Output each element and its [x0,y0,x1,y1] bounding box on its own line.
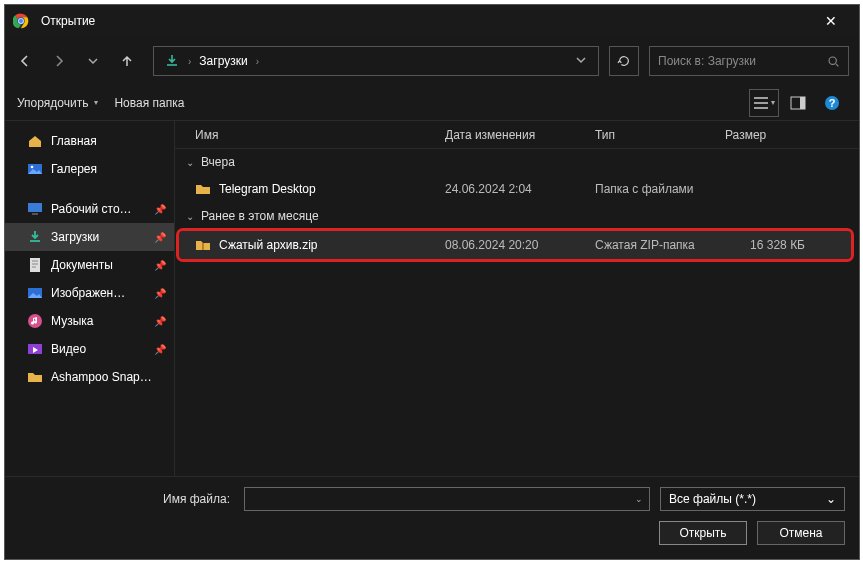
search-icon [827,55,840,68]
col-header-type[interactable]: Тип [595,128,725,142]
toolbar: Упорядочить▾ Новая папка ▾ ? [5,85,859,121]
svg-rect-6 [800,97,805,109]
close-button[interactable]: ✕ [811,13,851,29]
svg-point-10 [31,166,34,169]
col-header-name[interactable]: Имя [195,128,445,142]
chrome-icon [13,13,29,29]
open-button[interactable]: Открыть [659,521,747,545]
zip-folder-icon [195,237,211,253]
documents-icon [27,257,43,273]
back-button[interactable] [9,45,41,77]
titlebar: Открытие ✕ [5,5,859,37]
help-button[interactable]: ? [817,89,847,117]
sidebar-item-music[interactable]: Музыка📌 [5,307,174,335]
refresh-button[interactable] [609,46,639,76]
address-bar[interactable]: › Загрузки › [153,46,599,76]
home-icon [27,133,43,149]
file-row-telegram[interactable]: Telegram Desktop 24.06.2024 2:04 Папка с… [175,175,859,203]
downloads-icon [164,53,180,69]
search-placeholder: Поиск в: Загрузки [658,54,821,68]
window-title: Открытие [41,14,811,28]
sidebar-item-images[interactable]: Изображен…📌 [5,279,174,307]
filename-label: Имя файла: [19,492,234,506]
new-folder-button[interactable]: Новая папка [114,96,184,110]
group-earlier-month[interactable]: ⌄Ранее в этом месяце [175,203,859,229]
caret-down-icon: ⌄ [635,494,643,504]
images-icon [27,285,43,301]
up-button[interactable] [111,45,143,77]
chevron-down-icon: ⌄ [183,157,197,168]
col-header-size[interactable]: Размер [725,128,815,142]
col-header-date[interactable]: Дата изменения [445,128,595,142]
group-yesterday[interactable]: ⌄Вчера [175,149,859,175]
file-row-zip-highlighted[interactable]: Сжатый архив.zip 08.06.2024 20:20 Сжатая… [179,231,851,259]
filter-select[interactable]: Все файлы (*.*)⌄ [660,487,845,511]
navbar: › Загрузки › Поиск в: Загрузки [5,37,859,85]
svg-rect-13 [30,258,40,272]
pin-icon: 📌 [154,316,166,327]
column-headers[interactable]: Имя Дата изменения Тип Размер [175,121,859,149]
folder-icon [27,369,43,385]
gallery-icon [27,161,43,177]
sidebar-item-home[interactable]: Главная [5,127,174,155]
search-input[interactable]: Поиск в: Загрузки [649,46,849,76]
forward-button[interactable] [43,45,75,77]
pin-icon: 📌 [154,260,166,271]
path-history-dropdown[interactable] [570,54,592,68]
sidebar-item-downloads[interactable]: Загрузки📌 [5,223,174,251]
sidebar-item-desktop[interactable]: Рабочий сто…📌 [5,195,174,223]
svg-point-4 [829,57,836,64]
pin-icon: 📌 [154,344,166,355]
svg-text:?: ? [829,97,836,109]
chevron-down-icon: ⌄ [183,211,197,222]
video-icon [27,341,43,357]
chevron-right-icon: › [252,56,263,67]
chevron-right-icon: › [184,56,195,67]
music-icon [27,313,43,329]
path-root-icon[interactable] [160,53,184,69]
desktop-icon [27,201,43,217]
file-list: Имя Дата изменения Тип Размер ⌄Вчера Tel… [175,121,859,476]
folder-icon [195,181,211,197]
preview-pane-button[interactable] [783,89,813,117]
sidebar-item-gallery[interactable]: Галерея [5,155,174,183]
svg-point-3 [19,19,23,23]
pin-icon: 📌 [154,288,166,299]
filename-input[interactable]: ⌄ [244,487,650,511]
pin-icon: 📌 [154,204,166,215]
downloads-icon [27,229,43,245]
cancel-button[interactable]: Отмена [757,521,845,545]
file-open-dialog: Открытие ✕ › Загрузки › Поиск в: Загрузк… [4,4,860,560]
view-mode-button[interactable]: ▾ [749,89,779,117]
sidebar-item-documents[interactable]: Документы📌 [5,251,174,279]
dialog-footer: Имя файла: ⌄ Все файлы (*.*)⌄ Открыть От… [5,476,859,559]
sidebar-item-video[interactable]: Видео📌 [5,335,174,363]
caret-down-icon: ▾ [771,98,775,107]
caret-down-icon: ⌄ [826,492,836,506]
recent-dropdown[interactable] [77,45,109,77]
svg-rect-12 [32,213,38,215]
caret-down-icon: ▾ [94,98,98,107]
svg-rect-11 [28,203,42,212]
sidebar: Главная Галерея Рабочий сто…📌 Загрузки📌 … [5,121,175,476]
sidebar-item-snap[interactable]: Ashampoo Snap… [5,363,174,391]
path-segment-downloads[interactable]: Загрузки [195,54,251,68]
organize-menu[interactable]: Упорядочить▾ [17,96,98,110]
svg-rect-17 [202,243,204,250]
pin-icon: 📌 [154,232,166,243]
